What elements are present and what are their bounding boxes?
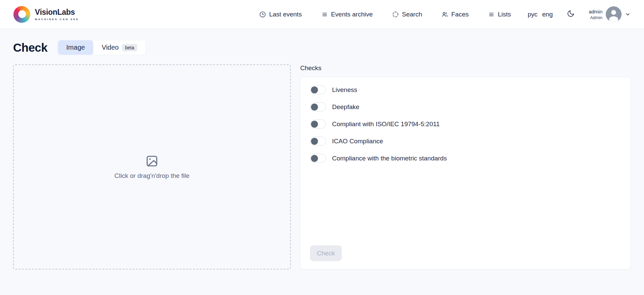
nav-item-events-archive[interactable]: Events archive [321,11,373,18]
checks-panel: Liveness Deepfake Compliant with ISO/IEC… [300,77,631,269]
language-switch: рус eng [528,11,553,18]
check-submit-button[interactable]: Check [310,245,342,261]
user-name: admin [589,9,602,14]
brand[interactable]: VisionLabs MACHINES CAN SEE [13,6,79,23]
tab-label: Image [66,44,85,51]
brand-tagline: MACHINES CAN SEE [35,18,79,21]
dropzone-label: Click or drag'n'drop the file [114,172,190,180]
top-bar: VisionLabs MACHINES CAN SEE Last events … [0,0,644,29]
check-row-liveness: Liveness [310,85,621,94]
nav-item-faces[interactable]: Faces [441,11,469,18]
nav-item-label: Faces [451,11,469,18]
user-menu[interactable]: admin Admin [589,6,631,22]
toggle-label: Deepfake [332,103,359,111]
menu-icon [321,11,328,18]
check-row-deepfake: Deepfake [310,102,621,111]
visionlabs-logo-icon [13,6,30,23]
user-role: Admin [590,15,602,20]
page-title: Check [13,41,48,54]
toggle-label: Compliant with ISO/IEC 19794-5:2011 [332,120,440,128]
nav-item-label: Last events [269,11,302,18]
toggle-deepfake[interactable] [310,102,326,111]
scan-icon [392,11,399,18]
lang-option-eng[interactable]: eng [542,11,553,18]
main-nav: Last events Events archive Search Faces … [259,11,511,18]
brand-name: VisionLabs [35,8,79,17]
beta-badge: beta [122,44,137,51]
tab-label: Video [102,44,119,51]
check-row-iso-compliance: Compliant with ISO/IEC 19794-5:2011 [310,119,621,129]
avatar[interactable] [606,6,622,22]
image-icon [146,155,158,169]
moon-icon [567,10,575,19]
nav-item-label: Lists [498,11,511,18]
nav-item-last-events[interactable]: Last events [259,11,302,18]
toggle-biometric-standards[interactable] [310,154,326,163]
checks-title: Checks [300,64,631,72]
nav-item-label: Search [402,11,422,18]
menu-icon [488,11,495,18]
users-icon [441,11,448,18]
lang-option-rus[interactable]: рус [528,11,537,18]
toggle-label: ICAO Compliance [332,138,383,145]
nav-item-label: Events archive [331,11,373,18]
toggle-label: Compliance with the biometric standards [332,155,447,162]
toggle-icao-compliance[interactable] [310,137,326,146]
mode-tabs: Image Video beta [58,40,146,55]
toggle-iso-compliance[interactable] [310,119,326,129]
theme-toggle-button[interactable] [567,10,575,19]
main-content: Check Image Video beta Click or drag'n'd… [0,40,644,269]
check-row-biometric-standards: Compliance with the biometric standards [310,154,621,163]
file-dropzone[interactable]: Click or drag'n'drop the file [13,64,291,269]
check-row-icao-compliance: ICAO Compliance [310,137,621,146]
chevron-down-icon[interactable] [625,11,631,17]
tab-video[interactable]: Video beta [93,40,146,55]
nav-item-search[interactable]: Search [392,11,422,18]
tab-image[interactable]: Image [58,40,94,55]
toggle-label: Liveness [332,86,357,94]
nav-item-lists[interactable]: Lists [488,11,511,18]
toggle-liveness[interactable] [310,85,326,94]
clock-icon [259,11,266,18]
